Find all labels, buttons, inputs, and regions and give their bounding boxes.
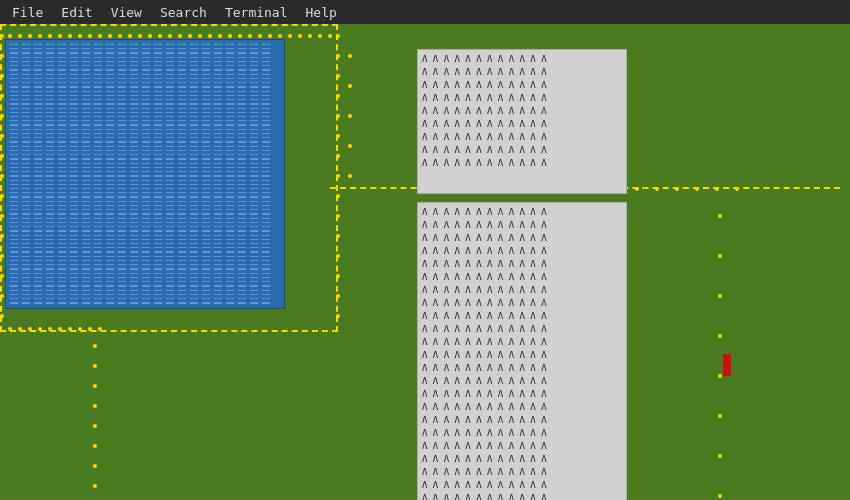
text-box-bottom: Λ Λ Λ Λ Λ Λ Λ Λ Λ Λ Λ Λ Λ Λ Λ Λ Λ Λ Λ Λ …: [417, 202, 627, 500]
text-box-top-content: Λ Λ Λ Λ Λ Λ Λ Λ Λ Λ Λ Λ Λ Λ Λ Λ Λ Λ Λ Λ …: [418, 50, 626, 173]
main-canvas: Λ Λ Λ Λ Λ Λ Λ Λ Λ Λ Λ Λ Λ Λ Λ Λ Λ Λ Λ Λ …: [0, 24, 850, 500]
menu-file[interactable]: File: [4, 3, 51, 22]
menu-view[interactable]: View: [103, 3, 150, 22]
menu-terminal[interactable]: Terminal: [217, 3, 296, 22]
text-box-bottom-content: Λ Λ Λ Λ Λ Λ Λ Λ Λ Λ Λ Λ Λ Λ Λ Λ Λ Λ Λ Λ …: [418, 203, 626, 500]
dot-row-bottom: [0, 327, 340, 333]
blue-panel: [5, 39, 285, 309]
menu-help[interactable]: Help: [298, 3, 345, 22]
blue-panel-content: [6, 40, 284, 308]
dot-row-top: [0, 34, 340, 40]
scrollbar-thumb[interactable]: [723, 354, 731, 376]
text-box-top: Λ Λ Λ Λ Λ Λ Λ Λ Λ Λ Λ Λ Λ Λ Λ Λ Λ Λ Λ Λ …: [417, 49, 627, 194]
menu-search[interactable]: Search: [152, 3, 215, 22]
menu-edit[interactable]: Edit: [53, 3, 100, 22]
menubar: File Edit View Search Terminal Help: [0, 0, 850, 24]
